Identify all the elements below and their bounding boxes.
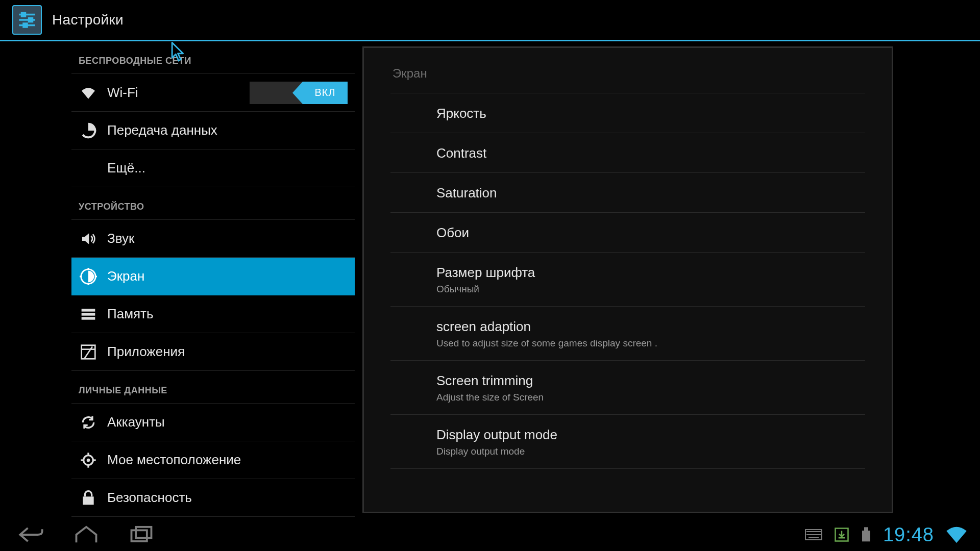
svg-rect-11	[82, 309, 95, 311]
home-button[interactable]	[67, 522, 105, 547]
svg-rect-13	[82, 317, 95, 319]
lock-icon	[79, 488, 98, 508]
setting-item-saturation[interactable]: Saturation	[390, 173, 865, 213]
svg-rect-24	[136, 527, 151, 538]
volume-icon	[79, 229, 98, 248]
sidebar-item-display[interactable]: Экран	[71, 258, 355, 295]
sidebar-item-label: Wi-Fi	[107, 85, 138, 101]
wifi-icon	[79, 83, 98, 103]
sidebar-item-data-usage[interactable]: Передача данных	[71, 112, 355, 149]
setting-item-screen-trimming[interactable]: Screen trimmingAdjust the size of Screen	[390, 361, 865, 415]
setting-item-font-size[interactable]: Размер шрифтаОбычный	[390, 253, 865, 307]
back-button[interactable]	[12, 522, 50, 547]
sidebar-item-label: Передача данных	[107, 122, 217, 138]
settings-app-icon	[12, 5, 42, 35]
sidebar-item-label: Приложения	[107, 344, 185, 360]
location-icon	[79, 450, 98, 470]
svg-rect-27	[864, 527, 868, 531]
sidebar-item-apps[interactable]: Приложения	[71, 333, 355, 371]
setting-item-title: screen adaption	[436, 319, 865, 335]
svg-rect-4	[29, 18, 33, 22]
setting-item-contrast[interactable]: Contrast	[390, 133, 865, 173]
sidebar-item-more[interactable]: Ещё...	[71, 149, 355, 187]
sync-icon	[79, 413, 98, 432]
system-navbar: 19:48	[0, 518, 980, 551]
setting-item-title: Обои	[436, 225, 865, 241]
sidebar-section-header: УСТРОЙСТВО	[71, 187, 355, 220]
svg-rect-23	[132, 530, 147, 541]
setting-item-brightness[interactable]: Яркость	[390, 93, 865, 133]
sidebar-item-wifi[interactable]: Wi-FiВКЛ	[71, 74, 355, 112]
svg-rect-5	[23, 23, 27, 27]
sidebar-item-location[interactable]: Мое местоположение	[71, 441, 355, 479]
recent-apps-button[interactable]	[122, 522, 160, 547]
status-tray[interactable]: 19:48	[804, 524, 968, 546]
sidebar-item-sound[interactable]: Звук	[71, 220, 355, 258]
svg-rect-22	[83, 496, 93, 505]
download-tray-icon	[834, 527, 849, 542]
sidebar-section-header: БЕСПРОВОДНЫЕ СЕТИ	[71, 41, 355, 74]
setting-item-title: Screen trimming	[436, 373, 865, 389]
setting-item-title: Saturation	[436, 185, 865, 201]
wifi-toggle[interactable]: ВКЛ	[250, 82, 348, 104]
sidebar-item-storage[interactable]: Память	[71, 295, 355, 333]
sidebar-item-label: Аккаунты	[107, 414, 165, 430]
setting-item-title: Размер шрифта	[436, 265, 865, 281]
setting-item-title: Contrast	[436, 145, 865, 161]
setting-item-title: Display output mode	[436, 427, 865, 443]
sidebar-item-label: Звук	[107, 231, 134, 246]
sidebar-item-security[interactable]: Безопасность	[71, 479, 355, 517]
settings-sidebar: БЕСПРОВОДНЫЕ СЕТИWi-FiВКЛПередача данных…	[0, 41, 355, 518]
svg-rect-3	[22, 13, 26, 16]
toggle-on-label: ВКЛ	[314, 87, 335, 98]
data-usage-icon	[79, 121, 98, 140]
usb-tray-icon	[861, 527, 872, 543]
sidebar-section-header: ЛИЧНЫЕ ДАННЫЕ	[71, 371, 355, 404]
svg-rect-12	[82, 313, 95, 315]
sidebar-item-label: Мое местоположение	[107, 452, 241, 468]
detail-panel: ЭкранЯркостьContrastSaturationОбоиРазмер…	[362, 46, 893, 513]
blank-icon	[79, 159, 98, 178]
storage-icon	[79, 305, 98, 324]
wifi-status-icon	[945, 525, 968, 544]
sidebar-item-label: Ещё...	[107, 160, 145, 176]
sidebar-item-accounts[interactable]: Аккаунты	[71, 404, 355, 441]
svg-point-17	[87, 458, 90, 462]
setting-item-screen-adaption[interactable]: screen adaptionUsed to adjust size of so…	[390, 307, 865, 361]
setting-item-subtitle: Adjust the size of Screen	[436, 392, 865, 403]
sidebar-item-label: Память	[107, 306, 154, 322]
app-title: Настройки	[52, 12, 124, 28]
setting-item-subtitle: Обычный	[436, 284, 865, 295]
setting-item-subtitle: Display output mode	[436, 446, 865, 457]
svg-rect-26	[862, 531, 870, 541]
brightness-icon	[79, 267, 98, 286]
app-header: Настройки	[0, 0, 980, 40]
sidebar-item-label: Экран	[107, 268, 144, 284]
sidebar-item-label: Безопасность	[107, 490, 192, 506]
statusbar-clock: 19:48	[883, 524, 934, 546]
setting-item-title: Яркость	[436, 106, 865, 121]
keyboard-tray-icon	[804, 528, 823, 541]
setting-item-subtitle: Used to adjust size of some games displa…	[436, 338, 865, 349]
setting-item-wallpaper[interactable]: Обои	[390, 213, 865, 253]
setting-item-display-output-mode[interactable]: Display output modeDisplay output mode	[390, 415, 865, 469]
apps-icon	[79, 342, 98, 362]
panel-title: Экран	[390, 59, 865, 93]
